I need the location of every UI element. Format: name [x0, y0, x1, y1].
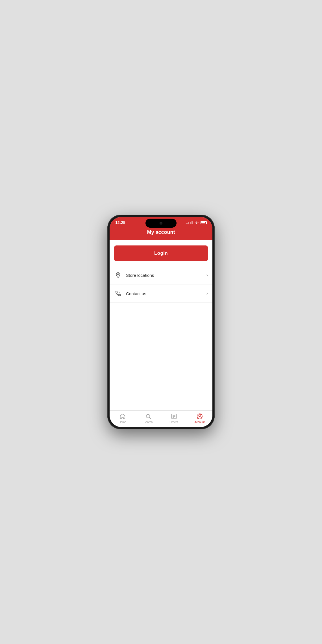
app-header: My account	[110, 227, 212, 240]
nav-account[interactable]: Account	[187, 413, 212, 424]
home-icon	[119, 413, 126, 420]
chevron-right-icon: ›	[206, 291, 208, 296]
orders-icon	[171, 413, 177, 420]
account-icon	[196, 413, 203, 420]
chevron-right-icon: ›	[206, 273, 208, 278]
status-icons	[186, 220, 207, 225]
nav-orders[interactable]: Orders	[161, 413, 187, 424]
nav-account-label: Account	[194, 421, 204, 424]
location-pin-icon	[114, 271, 122, 279]
contact-us-label: Contact us	[126, 291, 206, 296]
camera-notch	[145, 219, 177, 228]
battery-icon	[201, 221, 207, 224]
search-icon	[145, 413, 152, 420]
main-content: Login Store locations ›	[110, 240, 212, 410]
wifi-icon	[194, 220, 199, 225]
phone-frame: 12:25	[107, 215, 215, 429]
phone-icon	[114, 290, 122, 297]
signal-icon	[186, 221, 193, 224]
svg-point-0	[118, 274, 119, 275]
nav-search-label: Search	[144, 421, 153, 424]
empty-space	[110, 338, 212, 411]
svg-point-7	[199, 414, 201, 416]
bottom-nav: Home Search	[110, 410, 212, 427]
login-section: Login	[110, 240, 212, 266]
contact-us-item[interactable]: Contact us ›	[110, 284, 212, 303]
nav-orders-label: Orders	[169, 421, 178, 424]
nav-home[interactable]: Home	[110, 413, 135, 424]
page-title: My account	[115, 229, 207, 235]
nav-home-label: Home	[119, 421, 126, 424]
status-time: 12:25	[115, 220, 125, 225]
camera-dot	[160, 222, 162, 225]
nav-search[interactable]: Search	[135, 413, 161, 424]
menu-list: Store locations › Contact us ›	[110, 266, 212, 338]
store-locations-label: Store locations	[126, 273, 206, 278]
svg-line-2	[149, 417, 151, 419]
phone-screen: 12:25	[110, 217, 212, 427]
store-locations-item[interactable]: Store locations ›	[110, 266, 212, 284]
login-button[interactable]: Login	[114, 245, 208, 261]
status-bar: 12:25	[110, 217, 212, 227]
